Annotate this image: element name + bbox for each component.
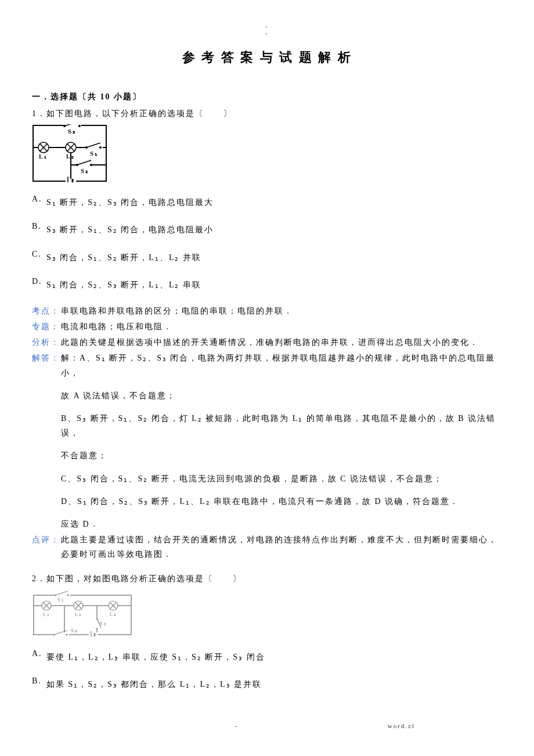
option-text: 要使 L₁，L₂，L₃ 串联，应使 S₁，S₂ 断开，S₃ 闭合 bbox=[46, 646, 502, 664]
svg-text:S₂: S₂ bbox=[100, 621, 107, 627]
jieda-p2: 故 A 说法错误，不合题意； bbox=[61, 388, 502, 403]
kaodian-content: 串联电路和并联电路的区分；电阻的串联；电阻的并联． bbox=[61, 304, 502, 318]
circuit-svg-1: S₃ L₁ L₂ S₁ S₂ bbox=[32, 124, 107, 182]
svg-rect-30 bbox=[66, 179, 76, 182]
q1-option-b: B. S₃ 断开，S₁、S₂ 闭合，电路总电阻最小 bbox=[32, 219, 502, 237]
footer: - word.zl bbox=[32, 721, 502, 732]
option-label: B. bbox=[32, 674, 46, 688]
jieda-p1: 解：A、S₁ 断开，S₂、S₃ 闭合，电路为两灯并联，根据并联电阻越并越小的规律… bbox=[61, 351, 502, 380]
zhuanti-row: 专题： 电流和电路；电压和电阻． bbox=[32, 319, 502, 334]
svg-point-40 bbox=[67, 594, 69, 596]
zhuanti-content: 电流和电路；电压和电阻． bbox=[61, 319, 502, 334]
svg-text:S₃: S₃ bbox=[71, 628, 78, 633]
svg-text:S₁: S₁ bbox=[90, 150, 98, 157]
option-text: 如果 S₁，S₂，S₃ 都闭合，那么 L₁，L₂，L₃ 是并联 bbox=[46, 674, 502, 692]
q1-option-c: C. S₃ 闭合，S₁、S₂ 断开，L₁、L₂ 并联 bbox=[32, 247, 502, 265]
jieda-p3: B、S₃ 断开，S₁、S₂ 闭合，灯 L₂ 被短路，此时电路为 L₁ 的简单电路… bbox=[61, 411, 502, 440]
option-text: S₁ 闭合，S₂、S₃ 断开，L₁、L₂ 串联 bbox=[46, 274, 502, 292]
fenxi-label: 分析： bbox=[32, 335, 61, 350]
kaodian-label: 考点： bbox=[32, 304, 61, 318]
svg-text:L₁: L₁ bbox=[39, 153, 48, 160]
option-text: S₃ 闭合，S₁、S₂ 断开，L₁、L₂ 并联 bbox=[46, 247, 502, 265]
jieda-content: 解：A、S₁ 断开，S₂、S₃ 闭合，电路为两灯并联，根据并联电阻越并越小的规律… bbox=[61, 351, 502, 531]
option-label: B. bbox=[32, 219, 46, 233]
svg-text:S₃: S₃ bbox=[68, 128, 76, 135]
svg-point-19 bbox=[99, 146, 102, 149]
svg-text:L₁: L₁ bbox=[43, 611, 51, 617]
svg-point-6 bbox=[78, 125, 81, 127]
jieda-p4: 不合题意； bbox=[61, 448, 502, 463]
option-label: C. bbox=[32, 247, 46, 261]
jieda-p5: C、S₃ 闭合，S₁、S₂ 断开，电流无法回到电源的负极，是断路，故 C 说法错… bbox=[61, 471, 502, 486]
dianping-label: 点评： bbox=[32, 532, 61, 547]
q2-option-b: B. 如果 S₁，S₂，S₃ 都闭合，那么 L₁，L₂，L₃ 是并联 bbox=[32, 674, 502, 692]
option-label: A. bbox=[32, 646, 46, 661]
option-text: S₁ 断开，S₂、S₃ 闭合，电路总电阻最大 bbox=[46, 192, 502, 210]
svg-rect-64 bbox=[89, 632, 98, 637]
option-text: S₃ 断开，S₁、S₂ 闭合，电路总电阻最小 bbox=[46, 219, 502, 237]
fenxi-row: 分析： 此题的关键是根据选项中描述的开关通断情况，准确判断电路的串并联，进而得出… bbox=[32, 335, 502, 350]
dianping-row: 点评： 此题主要是通过读图，结合开关的通断情况，对电路的连接特点作出判断，难度不… bbox=[32, 532, 502, 561]
jieda-label: 解答： bbox=[32, 351, 61, 365]
svg-point-62 bbox=[66, 633, 68, 635]
page-title: 参 考 答 案 与 试 题 解 析 bbox=[32, 46, 502, 69]
dianping-content: 此题主要是通过读图，结合开关的通断情况，对电路的连接特点作出判断，难度不大，但判… bbox=[61, 532, 502, 561]
zhuanti-label: 专题： bbox=[32, 319, 61, 334]
q2-text: 2．如下图，对如图电路分析正确的选项是〔 〕 bbox=[32, 571, 502, 586]
q2-option-a: A. 要使 L₁，L₂，L₃ 串联，应使 S₁，S₂ 断开，S₃ 闭合 bbox=[32, 646, 502, 664]
section-header: 一．选择题〔共 10 小题〕 bbox=[32, 89, 502, 104]
option-label: A. bbox=[32, 192, 46, 206]
q1-option-a: A. S₁ 断开，S₂、S₃ 闭合，电路总电阻最大 bbox=[32, 192, 502, 210]
jieda-p6: D、S₁ 闭合，S₂、S₃ 断开，L₁、L₂ 串联在电路中，电流只有一条通路，故… bbox=[61, 494, 502, 509]
svg-text:L₂: L₂ bbox=[66, 153, 75, 160]
kaodian-row: 考点： 串联电路和并联电路的区分；电阻的串联；电阻的并联． bbox=[32, 304, 502, 318]
option-label: D. bbox=[32, 274, 46, 289]
svg-text:S₁: S₁ bbox=[57, 597, 65, 603]
svg-text:S₂: S₂ bbox=[81, 167, 89, 174]
jieda-p7: 应选 D． bbox=[61, 517, 502, 531]
q1-text: 1．如下图电路，以下分析正确的选项是〔 〕 bbox=[32, 106, 502, 121]
svg-point-57 bbox=[96, 628, 98, 629]
fenxi-content: 此题的关键是根据选项中描述的开关通断情况，准确判断电路的串并联，进而得出总电阻大… bbox=[61, 335, 502, 350]
svg-text:L₃: L₃ bbox=[110, 611, 118, 617]
header-marks: -- bbox=[32, 23, 502, 37]
svg-text:L₂: L₂ bbox=[75, 611, 83, 617]
circuit-svg-2: S₁ L₁ L₂ L₃ S₂ S bbox=[32, 589, 134, 637]
q1-option-d: D. S₁ 闭合，S₂、S₃ 断开，L₁、L₂ 串联 bbox=[32, 274, 502, 292]
footer-right: word.zl bbox=[388, 721, 415, 732]
jieda-row: 解答： 解：A、S₁ 断开，S₂、S₃ 闭合，电路为两灯并联，根据并联电阻越并越… bbox=[32, 351, 502, 531]
q1-circuit-diagram: S₃ L₁ L₂ S₁ S₂ bbox=[32, 124, 502, 187]
footer-left: - bbox=[235, 721, 239, 732]
q2-circuit-diagram: S₁ L₁ L₂ L₃ S₂ S bbox=[32, 589, 502, 642]
